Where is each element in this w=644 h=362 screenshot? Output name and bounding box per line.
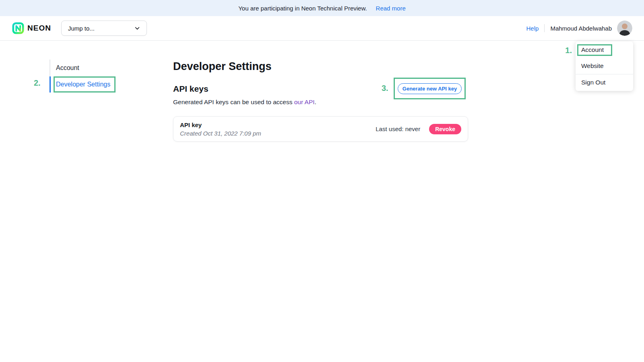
user-name[interactable]: Mahmoud Abdelwahab xyxy=(550,25,612,32)
revoke-button[interactable]: Revoke xyxy=(429,124,461,134)
neon-logo[interactable]: NEON xyxy=(12,22,51,34)
neon-logo-icon xyxy=(12,22,24,34)
app-header: NEON Jump to... Help Mahmoud Abdelwahab xyxy=(0,16,644,41)
sidebar-item-developer-settings[interactable]: Developer Settings xyxy=(50,76,118,93)
chevron-down-icon xyxy=(134,25,140,31)
avatar-image xyxy=(617,21,632,36)
api-keys-section-title: API keys xyxy=(173,84,208,94)
banner-message: You are participating in Neon Technical … xyxy=(238,5,367,12)
brand-wordmark: NEON xyxy=(27,24,51,33)
user-menu: Account Website Sign Out xyxy=(576,41,633,91)
read-more-link[interactable]: Read more xyxy=(376,5,406,12)
api-key-info: API key Created Oct 31, 2022 7:09 pm xyxy=(180,121,261,137)
technical-preview-banner: You are participating in Neon Technical … xyxy=(0,0,644,16)
api-key-card: API key Created Oct 31, 2022 7:09 pm Las… xyxy=(173,116,468,142)
header-divider xyxy=(544,24,545,32)
page-title: Developer Settings xyxy=(173,60,272,73)
menu-item-sign-out[interactable]: Sign Out xyxy=(576,74,633,90)
settings-sidebar: Account Developer Settings xyxy=(50,60,118,93)
annotation-step-3: 3. xyxy=(382,84,388,93)
generate-api-key-button[interactable]: Generate new API key xyxy=(398,83,462,94)
menu-item-account[interactable]: Account xyxy=(576,42,633,58)
annotation-step-2: 2. xyxy=(34,78,41,88)
api-keys-description: Generated API keys can be used to access… xyxy=(173,99,316,106)
menu-item-website[interactable]: Website xyxy=(576,58,633,74)
user-avatar[interactable] xyxy=(617,21,632,36)
our-api-link[interactable]: our API xyxy=(294,99,315,105)
jump-to-label: Jump to... xyxy=(68,25,95,32)
api-key-last-used: Last used: never xyxy=(376,125,420,132)
jump-to-dropdown[interactable]: Jump to... xyxy=(61,21,147,36)
annotation-step-1: 1. xyxy=(561,46,572,55)
api-key-card-right: Last used: never Revoke xyxy=(376,124,461,134)
header-right: Help Mahmoud Abdelwahab xyxy=(526,16,632,40)
api-key-created: Created Oct 31, 2022 7:09 pm xyxy=(180,130,261,137)
sidebar-item-account[interactable]: Account xyxy=(50,60,118,76)
help-link[interactable]: Help xyxy=(526,25,539,32)
api-key-name: API key xyxy=(180,121,261,128)
